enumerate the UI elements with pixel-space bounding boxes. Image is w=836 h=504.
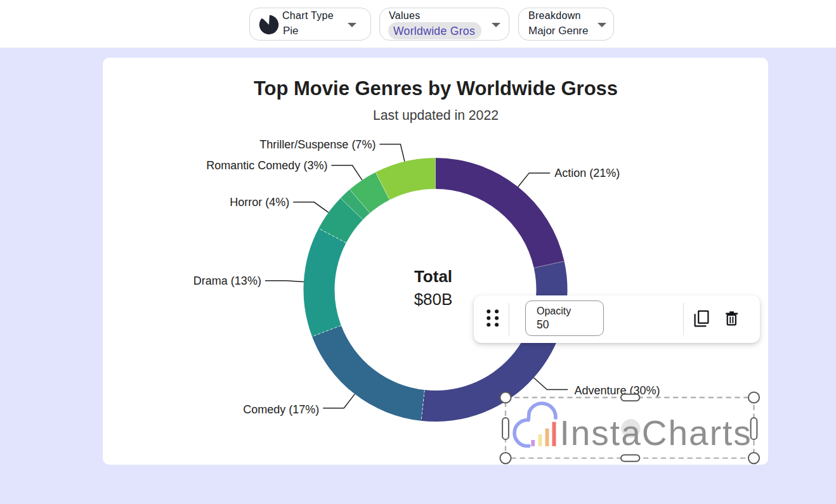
svg-text:Drama (13%): Drama (13%) xyxy=(193,275,261,287)
svg-text:Thriller/Suspense (7%): Thriller/Suspense (7%) xyxy=(259,138,376,151)
svg-text:Action (21%): Action (21%) xyxy=(554,167,620,179)
svg-text:Comedy (17%): Comedy (17%) xyxy=(243,403,319,416)
svg-text:Adventure (30%): Adventure (30%) xyxy=(575,384,660,397)
svg-text:Total: Total xyxy=(414,267,452,286)
svg-text:Horror (4%): Horror (4%) xyxy=(230,196,289,209)
svg-text:InstaCharts: InstaCharts xyxy=(560,413,752,453)
svg-text:Romantic Comedy (3%): Romantic Comedy (3%) xyxy=(206,159,327,172)
svg-text:$80B: $80B xyxy=(414,290,453,309)
